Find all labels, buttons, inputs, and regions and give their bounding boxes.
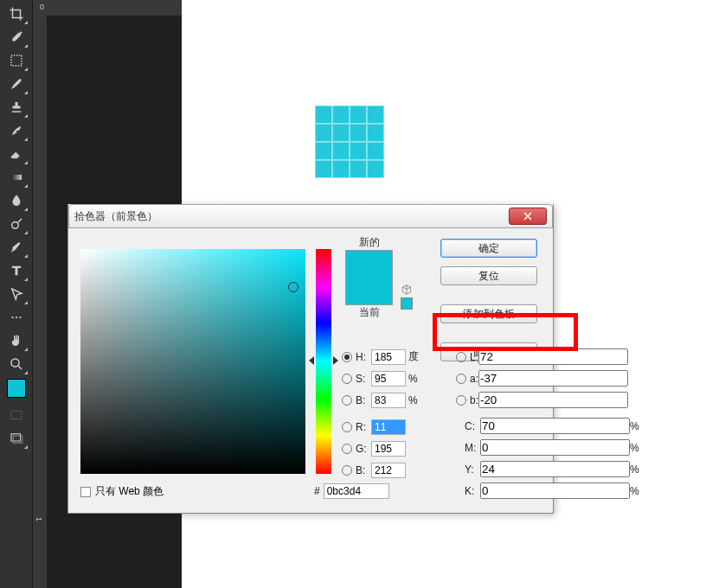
hsb-rgb-fields: H: 度 S: % B: % R: [342,346,424,481]
label-L: L: [470,351,478,363]
ok-button[interactable]: 确定 [440,239,537,258]
svg-rect-8 [11,433,21,440]
radio-g[interactable] [342,444,352,454]
svg-rect-0 [11,55,22,66]
type-tool[interactable] [4,259,29,282]
crop-tool[interactable] [4,2,29,25]
current-color-swatch[interactable] [345,278,393,305]
input-y[interactable] [480,461,630,477]
input-a[interactable] [478,370,628,387]
svg-rect-9 [13,436,22,443]
unit-s: % [408,373,424,385]
web-safe-checkbox[interactable]: 只有 Web 颜色 [80,484,164,499]
svg-point-2 [11,221,18,228]
marquee-tool[interactable] [4,48,29,72]
input-labb[interactable] [478,392,628,408]
unit-y: % [630,463,639,476]
dialog-title: 拾色器（前景色） [74,209,157,224]
brush-tool[interactable] [4,72,29,95]
label-h: H: [356,351,371,363]
radio-r[interactable] [342,422,352,432]
tools-panel [0,0,33,588]
input-g[interactable] [371,441,406,457]
new-color-label: 新的 [345,235,393,250]
label-c: C: [465,420,480,432]
unit-h: 度 [408,349,424,364]
screen-mode-tool[interactable] [4,426,29,450]
hex-input[interactable] [324,483,389,499]
sample-swatch-grid [315,105,384,178]
unit-m: % [630,442,639,454]
lab-fields: L: a: b: [456,346,628,411]
radio-labb[interactable] [456,395,466,406]
reset-button[interactable]: 复位 [440,266,537,285]
path-select-tool[interactable] [4,282,29,305]
input-c[interactable] [480,418,630,434]
hue-arrow-left-icon [309,356,314,365]
label-a: a: [470,373,478,385]
input-m[interactable] [480,439,630,456]
svg-point-4 [15,316,16,317]
hue-slider[interactable] [316,249,331,474]
gradient-tool[interactable] [4,165,29,189]
input-h[interactable] [371,349,406,365]
add-to-swatches-button[interactable]: 添加到色板 [440,304,537,323]
pen-tool[interactable] [4,235,29,259]
web-safe-swatch[interactable] [401,297,413,310]
foreground-color-swatch[interactable] [7,379,26,398]
unit-b: % [408,394,424,406]
eyedropper-tool[interactable] [4,25,29,48]
radio-bb[interactable] [342,465,352,476]
history-brush-tool[interactable] [4,118,29,142]
input-bb[interactable] [371,463,406,478]
ruler-horizontal: 0 [33,0,182,16]
dodge-tool[interactable] [4,212,29,235]
ellipsis-tool[interactable] [4,305,29,329]
label-y: Y: [465,463,480,476]
input-k[interactable] [480,483,630,499]
new-color-swatch[interactable] [345,250,393,278]
quick-mask-tool[interactable] [4,403,29,426]
ruler-v-1: 1 [35,517,43,521]
color-picker-dialog: 拾色器（前景色） 新的 当前 确定 复位 添加到色板 [67,204,554,514]
input-r[interactable] [371,419,406,435]
blur-tool[interactable] [4,189,29,212]
checkbox-icon [80,487,91,497]
dialog-titlebar[interactable]: 拾色器（前景色） [68,204,553,228]
input-s[interactable] [371,371,406,387]
web-safe-label: 只有 Web 颜色 [95,484,164,499]
close-button[interactable] [509,208,547,225]
saturation-value-field[interactable] [80,249,305,474]
radio-a[interactable] [456,374,466,384]
cmyk-fields: C: % M: % Y: % K: % [465,415,639,502]
current-color-label: 当前 [345,305,393,320]
label-s: S: [356,373,371,385]
hex-row: # [314,483,389,499]
hex-prefix: # [314,485,320,497]
input-L[interactable] [478,348,628,365]
label-k: K: [465,485,480,497]
radio-h[interactable] [342,352,352,362]
ruler-h-0: 0 [40,3,44,11]
gamut-warning-icon[interactable] [401,284,413,298]
svg-rect-1 [11,175,22,180]
radio-L[interactable] [456,352,466,362]
sv-marker [288,282,298,292]
unit-c: % [630,420,639,432]
input-b[interactable] [371,393,406,408]
radio-b[interactable] [342,395,352,406]
label-r: R: [356,421,371,433]
svg-point-3 [11,316,13,317]
eraser-tool[interactable] [4,142,29,165]
ruler-vertical: 1 [33,16,47,588]
radio-s[interactable] [342,374,352,384]
unit-k: % [630,485,639,497]
svg-point-5 [19,316,21,317]
label-bb: B: [356,464,371,476]
hue-arrow-right-icon [333,356,338,365]
hand-tool[interactable] [4,329,29,352]
label-m: M: [465,442,480,454]
zoom-tool[interactable] [4,352,29,375]
stamp-tool[interactable] [4,95,29,118]
svg-point-6 [11,359,19,367]
